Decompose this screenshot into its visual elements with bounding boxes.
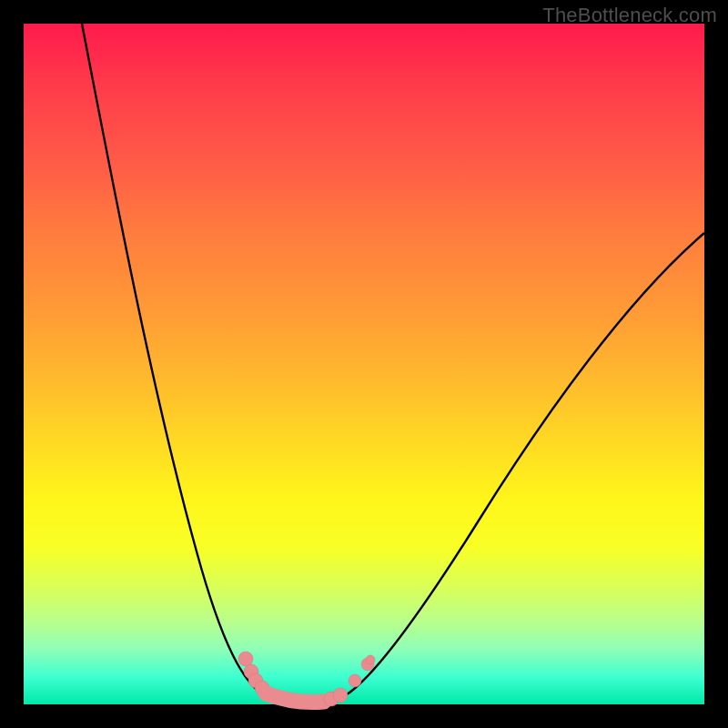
marker-sausage: [266, 693, 324, 703]
bottleneck-curve-right: [311, 233, 704, 703]
marker-dot: [366, 655, 375, 664]
marker-dot: [333, 688, 348, 703]
marker-dot: [238, 652, 253, 666]
chart-plot-area: [24, 24, 704, 704]
marker-dot: [349, 674, 361, 687]
bottleneck-curve-left: [82, 24, 311, 703]
watermark-text: TheBottleneck.com: [542, 4, 717, 27]
data-markers: [238, 652, 375, 706]
chart-overlay-svg: [24, 24, 704, 704]
